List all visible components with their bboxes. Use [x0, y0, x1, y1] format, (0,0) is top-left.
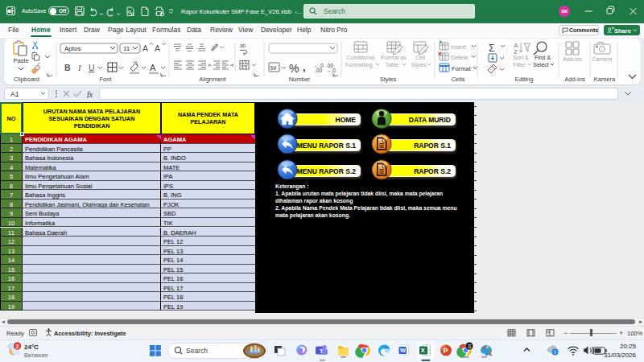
svg-text:Paste: Paste	[13, 57, 28, 64]
svg-text:Sort &: Sort &	[513, 55, 529, 60]
svg-text:Format as: Format as	[381, 55, 407, 60]
svg-text:Styles: Styles	[411, 62, 427, 68]
svg-text:Format: Format	[452, 65, 472, 72]
svg-text:Alignment: Alignment	[199, 76, 226, 83]
svg-text:P: P	[444, 347, 448, 355]
svg-text:Search: Search	[186, 347, 208, 355]
svg-text:T: T	[320, 348, 324, 354]
svg-text:20:25: 20:25	[620, 343, 637, 350]
svg-text:W: W	[400, 347, 407, 354]
svg-text:B: B	[64, 63, 71, 72]
svg-text:.00: .00	[315, 68, 322, 73]
svg-text:Aptos: Aptos	[64, 45, 80, 52]
svg-text:Table: Table	[386, 62, 399, 68]
svg-text:Clipboard: Clipboard	[14, 76, 39, 83]
svg-text:Σ: Σ	[489, 43, 494, 54]
svg-text:%: %	[289, 62, 299, 75]
svg-text:→.0: →.0	[326, 68, 336, 73]
svg-text:A: A	[155, 43, 160, 53]
svg-text:A: A	[150, 63, 156, 72]
svg-text:Number: Number	[289, 76, 311, 83]
svg-text:,: ,	[303, 61, 306, 73]
svg-text:Add-ins: Add-ins	[564, 76, 585, 83]
svg-text:Formatting: Formatting	[345, 62, 373, 68]
svg-text:Delete: Delete	[451, 54, 469, 61]
svg-text:Insert: Insert	[451, 43, 467, 51]
svg-text:Add-ins: Add-ins	[563, 56, 582, 62]
svg-text:Conditional: Conditional	[346, 55, 374, 60]
svg-text:I: I	[77, 64, 81, 72]
svg-text:Cells: Cells	[452, 76, 465, 83]
svg-text:Filter: Filter	[513, 62, 526, 68]
svg-text:Camera: Camera	[592, 56, 613, 62]
svg-text:U: U	[89, 63, 95, 72]
svg-text:31/03/2026: 31/03/2026	[604, 352, 637, 359]
svg-text:Select: Select	[533, 62, 549, 68]
svg-text:S: S	[468, 343, 472, 349]
svg-text:Kamera: Kamera	[594, 76, 616, 83]
svg-text:Find &: Find &	[535, 55, 551, 60]
svg-text:X: X	[421, 347, 425, 354]
svg-text:fx: fx	[87, 90, 93, 98]
svg-text:ab: ab	[240, 43, 246, 48]
svg-text:Font: Font	[99, 76, 112, 83]
svg-text:Editing: Editing	[515, 76, 534, 83]
svg-text:A: A	[142, 43, 148, 53]
svg-text:Cell: Cell	[415, 55, 426, 60]
svg-text:Berawan: Berawan	[24, 352, 48, 359]
svg-text:11: 11	[123, 45, 130, 52]
svg-text:$¥: $¥	[270, 65, 277, 71]
svg-text:2: 2	[15, 343, 19, 350]
svg-text:24°C: 24°C	[24, 343, 39, 351]
svg-text:Styles: Styles	[380, 76, 397, 83]
